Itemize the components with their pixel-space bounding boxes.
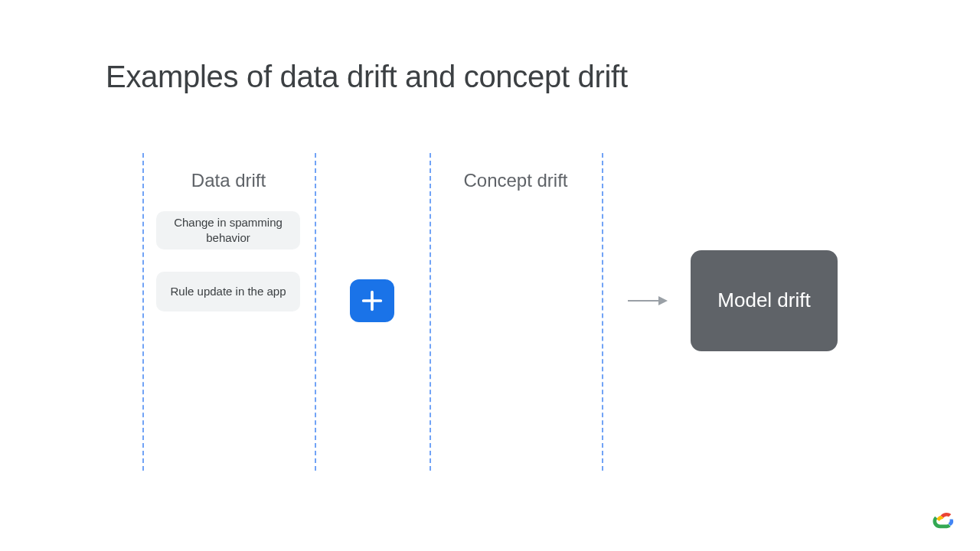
divider-1 bbox=[142, 153, 144, 471]
divider-2 bbox=[315, 153, 316, 471]
plus-icon bbox=[350, 279, 394, 322]
slide: Examples of data drift and concept drift… bbox=[0, 0, 980, 551]
arrow-shaft bbox=[628, 300, 658, 302]
arrow-icon bbox=[628, 296, 668, 305]
result-model-drift: Model drift bbox=[691, 250, 838, 351]
heading-data-drift: Data drift bbox=[142, 170, 315, 191]
pill-data-drift-2: Rule update in the app bbox=[156, 272, 300, 311]
pill-data-drift-1: Change in spamming behavior bbox=[156, 211, 300, 249]
arrow-head bbox=[658, 296, 668, 305]
slide-title: Examples of data drift and concept drift bbox=[106, 60, 628, 94]
google-cloud-logo-icon bbox=[929, 507, 957, 534]
divider-4 bbox=[602, 153, 603, 471]
heading-concept-drift: Concept drift bbox=[430, 170, 602, 191]
divider-3 bbox=[430, 153, 431, 471]
